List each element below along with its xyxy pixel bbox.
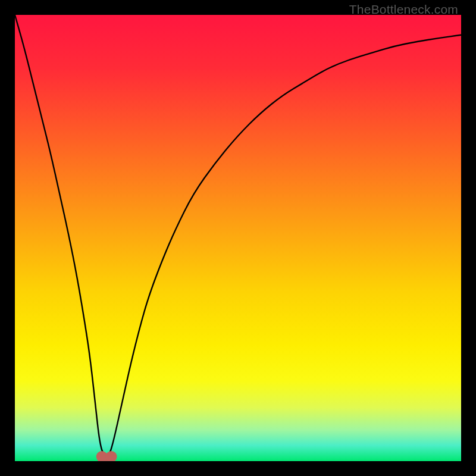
chart-frame: TheBottleneck.com	[0, 0, 476, 476]
bottleneck-curve	[15, 15, 461, 457]
valley-markers	[96, 451, 117, 461]
curve-layer	[15, 15, 461, 461]
valley-right	[106, 451, 117, 461]
watermark-text: TheBottleneck.com	[349, 2, 458, 17]
plot-area	[15, 15, 461, 461]
